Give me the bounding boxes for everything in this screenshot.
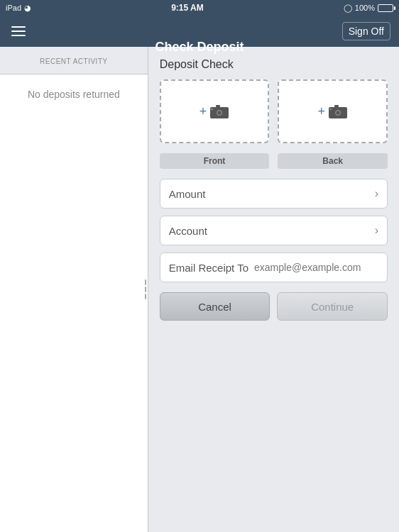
svg-rect-4: [211, 109, 213, 110]
back-photo-button[interactable]: +: [278, 79, 388, 143]
photo-label-row: Front Back: [160, 153, 388, 169]
device-label: iPad: [6, 4, 21, 12]
status-time: 9:15 AM: [171, 3, 204, 13]
back-label: Back: [278, 153, 388, 169]
action-row: Cancel Continue: [160, 292, 388, 321]
back-camera-icon: [328, 104, 348, 119]
account-label: Account: [169, 225, 207, 237]
email-input[interactable]: [254, 262, 378, 273]
menu-button[interactable]: [9, 23, 28, 39]
front-label: Front: [160, 153, 270, 169]
front-photo-button[interactable]: +: [160, 79, 270, 143]
no-deposits-area: No deposits returned: [0, 74, 148, 532]
svg-rect-9: [329, 109, 332, 110]
location-icon: ◯: [344, 4, 352, 13]
svg-rect-8: [334, 105, 339, 107]
recent-activity-label: RECENT ACTIVITY: [40, 57, 108, 65]
amount-label: Amount: [169, 188, 206, 200]
status-left: iPad ◕: [6, 4, 31, 13]
recent-activity-header: RECENT ACTIVITY: [0, 47, 148, 74]
main-layout: RECENT ACTIVITY No deposits returned Dep…: [0, 47, 399, 532]
email-receipt-field: Email Receipt To: [160, 253, 388, 282]
amount-field[interactable]: Amount ›: [160, 179, 388, 209]
email-receipt-label: Email Receipt To: [169, 262, 248, 274]
status-right: ◯ 100%: [344, 4, 393, 13]
left-panel: RECENT ACTIVITY No deposits returned: [0, 47, 148, 532]
battery-icon: [378, 4, 393, 12]
right-panel: Deposit Check + +: [148, 47, 399, 532]
page-title: Check Deposit: [155, 31, 244, 62]
no-deposits-text: No deposits returned: [28, 89, 120, 100]
svg-point-2: [218, 111, 222, 115]
battery-percent: 100%: [355, 4, 375, 12]
amount-chevron-icon: ›: [375, 187, 378, 200]
nav-bar: Check Deposit Sign Off: [0, 16, 399, 47]
account-chevron-icon: ›: [375, 224, 378, 237]
scroll-indicator: [143, 268, 148, 311]
front-plus-icon: +: [200, 104, 207, 119]
svg-rect-3: [216, 105, 220, 107]
svg-point-7: [336, 111, 339, 115]
cancel-button[interactable]: Cancel: [160, 292, 270, 321]
continue-button[interactable]: Continue: [277, 292, 388, 321]
status-bar: iPad ◕ 9:15 AM ◯ 100%: [0, 0, 399, 16]
sign-off-button[interactable]: Sign Off: [342, 22, 390, 40]
front-camera-icon: [209, 104, 229, 119]
back-plus-icon: +: [317, 104, 325, 119]
account-field[interactable]: Account ›: [160, 216, 388, 245]
photo-row: + +: [160, 79, 388, 143]
wifi-icon: ◕: [24, 4, 31, 13]
